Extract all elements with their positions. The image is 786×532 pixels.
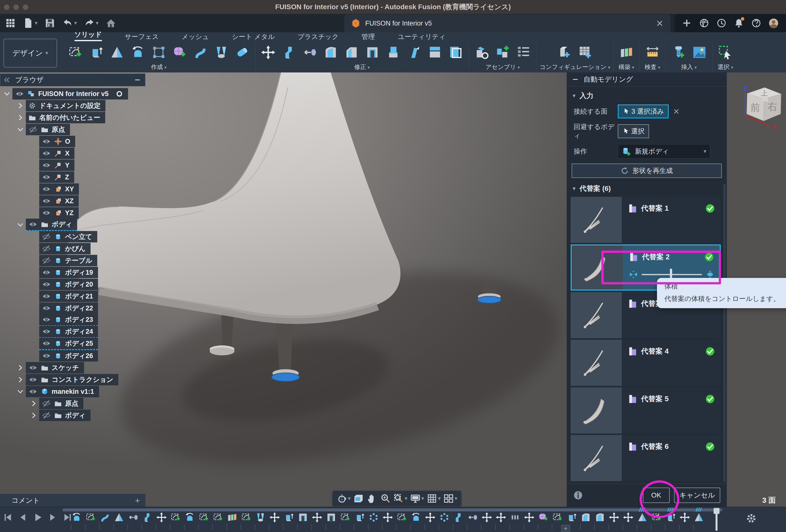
browser-item[interactable]: X: [0, 147, 128, 159]
browser-item[interactable]: ボディ26: [0, 350, 128, 362]
grid-snap-icon[interactable]: ▾: [426, 493, 441, 504]
timeline-feature-cone-primitive[interactable]: [113, 511, 124, 523]
ribbon-group-label[interactable]: 構築▾: [619, 63, 634, 71]
timeline-feature-move[interactable]: [608, 511, 620, 523]
timeline-feature-cone-primitive[interactable]: [693, 511, 704, 523]
chamfer-icon[interactable]: [342, 42, 362, 63]
expand-chevron-icon[interactable]: [15, 126, 26, 133]
browser-item[interactable]: ボディ19: [0, 267, 128, 278]
timeline-feature-move[interactable]: [269, 511, 280, 523]
timeline-feature-move[interactable]: [623, 511, 634, 523]
faces-selection-chip[interactable]: 3 選択済み: [618, 105, 669, 118]
construction-plane-icon[interactable]: [617, 42, 637, 63]
timeline-feature-offset-face[interactable]: [128, 511, 139, 523]
timeline-feature-slot-pattern[interactable]: [509, 511, 521, 523]
press-pull-icon[interactable]: [279, 42, 299, 63]
timeline-playhead-handle[interactable]: [714, 508, 719, 514]
visibility-eye-icon[interactable]: [42, 411, 51, 420]
look-at-icon[interactable]: [353, 493, 364, 504]
loft-icon[interactable]: [211, 42, 231, 63]
joint-icon[interactable]: [493, 42, 513, 63]
configuration-icon[interactable]: [555, 42, 574, 63]
expand-chevron-icon[interactable]: [15, 388, 26, 395]
volume-slider-track[interactable]: [642, 274, 702, 275]
window-controls[interactable]: [4, 4, 28, 10]
timeline-feature-create-sketch[interactable]: [212, 511, 224, 523]
browser-item[interactable]: Z: [0, 171, 128, 183]
ribbon-group-label[interactable]: 修正▾: [354, 63, 370, 71]
timeline-feature-revolve[interactable]: [71, 511, 82, 523]
timeline-marker-plus[interactable]: +: [561, 525, 570, 532]
create-form-icon[interactable]: [170, 42, 189, 63]
visibility-eye-icon[interactable]: [28, 125, 38, 134]
visibility-eye-icon[interactable]: [42, 351, 51, 360]
timeline-feature-create-sketch[interactable]: [85, 511, 96, 523]
timeline-feature-loft[interactable]: [255, 511, 266, 523]
display-settings-icon[interactable]: ▾: [410, 493, 424, 504]
viewcube-front-face[interactable]: 前: [750, 102, 760, 113]
timeline-feature-revolve[interactable]: [410, 511, 421, 523]
visibility-eye-icon[interactable]: [42, 399, 51, 408]
expand-chevron-icon[interactable]: [15, 364, 26, 371]
timeline-feature-create-sketch[interactable]: [241, 511, 252, 523]
step-forward-icon[interactable]: [47, 512, 58, 523]
timeline-feature-fillet[interactable]: [580, 511, 591, 523]
expand-chevron-icon[interactable]: [1, 90, 13, 97]
new-tab-icon[interactable]: [682, 18, 692, 28]
browser-item[interactable]: ドキュメントの設定: [0, 100, 128, 112]
browser-item[interactable]: ボディ25: [0, 338, 128, 350]
visibility-eye-icon[interactable]: [42, 196, 51, 205]
timeline-feature-move[interactable]: [481, 511, 492, 523]
timeline-feature-move[interactable]: [156, 511, 167, 523]
browser-item[interactable]: ボディ24: [0, 326, 128, 338]
viewcube-right-face[interactable]: 右: [767, 101, 777, 112]
browser-item[interactable]: manekin v1:1: [0, 386, 128, 397]
browser-item[interactable]: 原点: [0, 123, 128, 136]
timeline-feature-sweep[interactable]: [99, 511, 110, 523]
ribbon-tab[interactable]: ソリッド: [74, 30, 102, 42]
expand-chevron-icon[interactable]: [15, 376, 26, 383]
minimize-panel-icon[interactable]: [134, 76, 141, 84]
timeline-feature-circular-pattern[interactable]: [368, 511, 379, 523]
insert-decal-icon[interactable]: [690, 42, 709, 63]
browser-item[interactable]: Y: [0, 159, 128, 171]
alternative-item[interactable]: 代替案 5: [571, 387, 721, 434]
browser-item[interactable]: YZ: [0, 207, 128, 219]
dialog-header[interactable]: 自動モデリング: [567, 72, 727, 87]
timeline-feature-create-form[interactable]: [538, 511, 549, 523]
window-zoom-icon[interactable]: ▾: [393, 493, 408, 504]
ribbon-tab[interactable]: 管理: [362, 32, 375, 42]
timeline-feature-extrude[interactable]: [566, 511, 577, 523]
file-new-icon[interactable]: ▾: [23, 18, 38, 28]
timeline-scrollbar[interactable]: [63, 508, 722, 511]
add-comment-button[interactable]: +: [135, 496, 140, 505]
timeline-feature-extrude[interactable]: [665, 511, 676, 523]
timeline-feature-move[interactable]: [495, 511, 506, 523]
timeline-feature-fillet[interactable]: [594, 511, 605, 523]
move-icon[interactable]: [258, 42, 278, 63]
alternative-item[interactable]: 代替案 1: [571, 197, 721, 243]
alternative-item[interactable]: 代替案 6: [571, 435, 721, 481]
ok-button[interactable]: OK: [643, 488, 670, 503]
visibility-eye-icon[interactable]: [42, 149, 51, 158]
info-icon[interactable]: [573, 490, 583, 501]
browser-item[interactable]: スケッチ: [0, 362, 128, 374]
visibility-eye-icon[interactable]: [42, 280, 51, 289]
browser-item[interactable]: 名前の付いたビュー: [0, 112, 128, 123]
expand-chevron-icon[interactable]: [15, 102, 26, 109]
alternatives-section-header[interactable]: ▼ 代替案 (6): [567, 179, 727, 195]
visibility-eye-icon[interactable]: [42, 315, 51, 324]
avoid-selection-chip[interactable]: 選択: [618, 124, 649, 138]
combine-icon[interactable]: [383, 42, 403, 63]
visibility-eye-icon[interactable]: [42, 256, 51, 265]
ribbon-tab[interactable]: プラスチック: [298, 32, 339, 42]
configuration-table-icon[interactable]: [575, 42, 595, 63]
save-icon[interactable]: [44, 18, 55, 28]
measure-icon[interactable]: [643, 42, 663, 63]
visibility-eye-icon[interactable]: [28, 363, 38, 372]
create-sketch-icon[interactable]: [66, 42, 85, 63]
visibility-eye-icon[interactable]: [42, 137, 51, 146]
undo-icon[interactable]: ▾: [62, 18, 77, 28]
ribbon-tab[interactable]: サーフェス: [125, 32, 159, 42]
close-tab-icon[interactable]: [655, 19, 664, 27]
